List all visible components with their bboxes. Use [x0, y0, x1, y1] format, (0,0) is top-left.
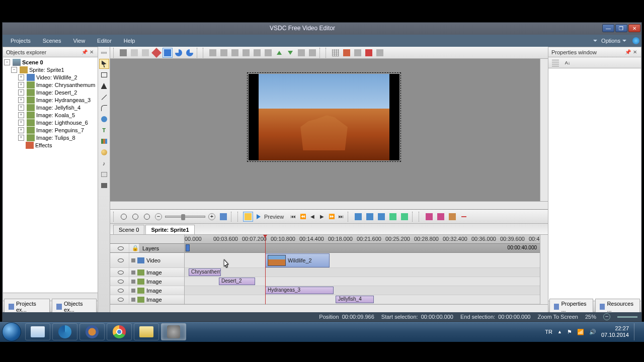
track-visibility-icon[interactable]: [110, 277, 129, 286]
play-icon[interactable]: [257, 214, 261, 219]
send-back-icon[interactable]: [285, 48, 295, 58]
timeline-clip[interactable]: Desert_2: [219, 278, 255, 285]
maximize-button[interactable]: ❐: [615, 24, 627, 32]
menu-view[interactable]: View: [67, 36, 91, 46]
track-label[interactable]: Image: [129, 286, 184, 295]
track-grip-icon[interactable]: [131, 280, 135, 284]
tb-extra-1-icon[interactable]: [296, 48, 306, 58]
pin-icon[interactable]: 📌: [82, 49, 88, 55]
tl-align-1-icon[interactable]: [424, 212, 434, 222]
qat-extra-icon[interactable]: [42, 25, 50, 33]
timeline-clip[interactable]: Hydrangeas_3: [265, 287, 334, 294]
help-icon[interactable]: [632, 37, 639, 44]
show-desktop-button[interactable]: [634, 323, 638, 340]
track-area[interactable]: 00.00000:03.60000:07.20000:10.80000:14.4…: [185, 235, 540, 304]
tray-network-icon[interactable]: 📶: [577, 329, 584, 335]
timeline-ruler[interactable]: 00.00000:03.60000:07.20000:10.80000:14.4…: [185, 235, 540, 244]
minimize-button[interactable]: —: [602, 24, 614, 32]
align-bottom-icon[interactable]: [263, 48, 273, 58]
track-visibility-icon[interactable]: [110, 253, 129, 267]
align-top-icon[interactable]: [241, 48, 251, 58]
track-grip-icon[interactable]: [131, 258, 135, 262]
save-icon[interactable]: [31, 25, 39, 33]
align-right-icon[interactable]: [230, 48, 240, 58]
selection-icon[interactable]: [163, 48, 173, 58]
toolbox-grip-icon[interactable]: [99, 48, 109, 58]
mark-out-icon[interactable]: [365, 212, 375, 222]
timeline-clip[interactable]: Wildlife_2: [265, 253, 330, 267]
qat-dropdown-icon[interactable]: [53, 28, 57, 30]
track-visibility-icon[interactable]: [110, 286, 129, 295]
track-label[interactable]: Image: [129, 295, 184, 304]
ellipse-tool-icon[interactable]: [99, 114, 109, 124]
tree-item[interactable]: +Image: Penguins_7: [3, 126, 98, 134]
objects-tree[interactable]: −Scene 0 −Sprite: Sprite1 +Video: Wildli…: [3, 57, 98, 293]
redo-icon[interactable]: [185, 48, 195, 58]
panel-close-icon[interactable]: ✕: [632, 49, 638, 55]
tree-item[interactable]: +Image: Tulips_8: [3, 134, 98, 141]
new-project-icon[interactable]: [9, 25, 17, 33]
track-grip-icon[interactable]: [131, 270, 135, 275]
lock-col-icon[interactable]: 🔒: [129, 244, 139, 252]
taskbar-explorer[interactable]: [25, 323, 50, 340]
menubar-dropdown-icon[interactable]: [593, 40, 597, 42]
timeline-vscroll[interactable]: [540, 235, 548, 304]
last-frame-icon[interactable]: ⏭: [337, 213, 345, 221]
taskbar-chrome[interactable]: [107, 323, 132, 340]
pin-icon[interactable]: 📌: [625, 49, 631, 55]
taskbar-ie[interactable]: [52, 323, 77, 340]
align-center-icon[interactable]: [219, 48, 229, 58]
menu-projects[interactable]: Projects: [5, 36, 37, 46]
rect-tool-icon[interactable]: [99, 70, 109, 80]
tl-extra-2-icon[interactable]: [399, 212, 410, 222]
categorize-icon[interactable]: [550, 58, 560, 68]
step-back-icon[interactable]: ◀: [308, 213, 316, 221]
tree-item[interactable]: +Image: Jellyfish_4: [3, 104, 98, 111]
chart-tool-icon[interactable]: [99, 136, 109, 146]
audio-tool-icon[interactable]: ♪: [99, 158, 109, 168]
timeline-clip[interactable]: Chrysanthem: [189, 268, 221, 276]
menu-editor[interactable]: Editor: [91, 36, 118, 46]
curve-tool-icon[interactable]: [99, 103, 109, 113]
preview-canvas[interactable]: [110, 59, 540, 201]
next-frame-icon[interactable]: ⏩: [328, 213, 336, 221]
prev-frame-icon[interactable]: ⏪: [299, 213, 307, 221]
tray-lang[interactable]: TR: [545, 329, 552, 335]
tl-align-4-icon[interactable]: [459, 212, 469, 222]
timeline-tab-sprite[interactable]: Sprite: Sprite1: [145, 225, 194, 234]
timeline-hscroll[interactable]: [110, 304, 548, 312]
tree-sprite[interactable]: −Sprite: Sprite1: [3, 66, 98, 73]
taskbar-vsdc[interactable]: [161, 323, 186, 340]
visibility-col-icon[interactable]: [110, 244, 129, 252]
tree-item[interactable]: +Image: Chrysanthemum: [3, 81, 98, 88]
timeline-clip[interactable]: Jellyfish_4: [336, 296, 374, 303]
tree-item[interactable]: +Image: Desert_2: [3, 88, 98, 96]
zoom-in-icon[interactable]: [119, 212, 129, 222]
zoom-slider[interactable]: [165, 216, 205, 218]
align-middle-icon[interactable]: [252, 48, 262, 58]
counter-tool-icon[interactable]: [99, 169, 109, 179]
zoom-plus-icon[interactable]: +: [207, 212, 217, 222]
line-tool-icon[interactable]: [99, 92, 109, 102]
range-start-handle[interactable]: [186, 244, 190, 251]
track-grip-icon[interactable]: [131, 289, 135, 293]
sort-az-icon[interactable]: A↓: [562, 58, 573, 68]
delete-icon[interactable]: [151, 48, 162, 58]
tray-clock[interactable]: 22:27 07.10.2014: [601, 325, 629, 338]
taskbar-firefox[interactable]: [79, 323, 105, 340]
select-tool-icon[interactable]: [99, 59, 109, 69]
track-visibility-icon[interactable]: [110, 268, 129, 277]
video-tool-icon[interactable]: [99, 180, 109, 191]
track-label[interactable]: Video: [129, 253, 184, 267]
playhead-mode-icon[interactable]: [243, 212, 253, 222]
shape-tool-icon[interactable]: [99, 81, 109, 91]
menu-help[interactable]: Help: [118, 36, 141, 46]
tb-extra-2-icon[interactable]: [307, 48, 317, 58]
status-zoom-out-icon[interactable]: −: [603, 313, 610, 320]
tl-align-3-icon[interactable]: [447, 212, 457, 222]
track-label[interactable]: Image: [129, 268, 184, 277]
taskbar-folder[interactable]: [134, 323, 159, 340]
align-left-icon[interactable]: [208, 48, 218, 58]
zoom-out-icon[interactable]: [130, 212, 140, 222]
zoom-fit-icon[interactable]: [142, 212, 152, 222]
